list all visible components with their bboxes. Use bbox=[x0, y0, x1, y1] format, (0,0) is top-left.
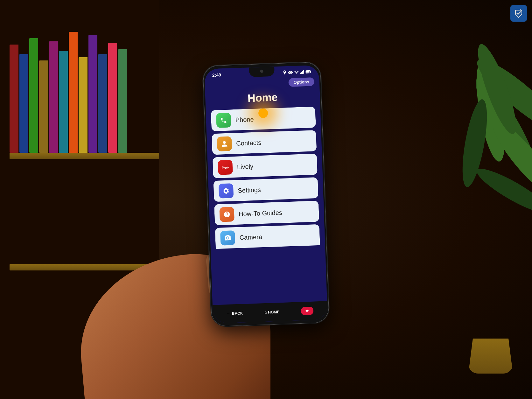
home-icon: ⌂ bbox=[264, 310, 267, 315]
lively-icon-text: lively bbox=[218, 160, 233, 175]
svg-rect-9 bbox=[302, 71, 303, 74]
plant-background bbox=[405, 0, 532, 399]
book bbox=[39, 60, 48, 153]
book bbox=[29, 38, 38, 153]
book bbox=[19, 54, 28, 153]
phone-wrapper: 2:49 bbox=[203, 62, 329, 326]
lively-icon: lively bbox=[218, 160, 233, 175]
book bbox=[88, 35, 97, 153]
home-label: HOME bbox=[268, 310, 279, 314]
phone-screen: 2:49 bbox=[204, 65, 328, 324]
star-icon: ★ bbox=[305, 309, 309, 313]
contacts-icon bbox=[217, 136, 232, 151]
signal-icon bbox=[300, 70, 304, 74]
svg-rect-12 bbox=[306, 71, 310, 73]
svg-rect-7 bbox=[300, 73, 301, 74]
book bbox=[10, 45, 18, 153]
howto-label: How-To Guides bbox=[239, 209, 282, 218]
wifi-icon bbox=[294, 70, 298, 74]
book bbox=[59, 51, 68, 153]
camera-label: Camera bbox=[239, 233, 262, 241]
phone-label: Phone bbox=[235, 116, 254, 123]
status-time: 2:49 bbox=[212, 72, 221, 78]
screen-title: Home bbox=[210, 90, 315, 106]
books-row-1 bbox=[10, 25, 127, 153]
menu-item-camera[interactable]: Camera bbox=[215, 224, 320, 249]
back-label: BACK bbox=[232, 311, 243, 316]
battery-icon bbox=[305, 70, 311, 74]
svg-rect-13 bbox=[311, 71, 311, 72]
phone-icon bbox=[216, 113, 231, 128]
book bbox=[79, 57, 88, 153]
book bbox=[118, 49, 127, 153]
status-icons bbox=[283, 69, 311, 75]
book bbox=[69, 32, 78, 153]
shelf-board-1 bbox=[10, 153, 159, 159]
plant-leaves-svg bbox=[411, 0, 532, 286]
settings-icon bbox=[219, 183, 234, 199]
menu-item-howto[interactable]: How-To Guides bbox=[214, 201, 319, 225]
contacts-label: Contacts bbox=[236, 139, 262, 147]
book bbox=[49, 41, 58, 153]
bottom-nav: ← BACK ⌂ HOME ★ bbox=[213, 301, 328, 324]
book bbox=[108, 43, 117, 153]
plant-pot bbox=[468, 339, 513, 374]
lively-label: Lively bbox=[237, 163, 254, 171]
verify-icon bbox=[514, 9, 523, 18]
phone-body: 2:49 bbox=[203, 62, 329, 326]
svg-rect-10 bbox=[303, 70, 304, 74]
book bbox=[98, 54, 107, 153]
menu-item-lively[interactable]: lively Lively bbox=[213, 154, 318, 178]
settings-label: Settings bbox=[238, 186, 261, 194]
phone-notch bbox=[249, 66, 275, 77]
howto-icon bbox=[219, 207, 234, 222]
eye-icon bbox=[288, 71, 293, 74]
camera-icon bbox=[220, 230, 235, 246]
location-icon bbox=[283, 70, 286, 75]
svg-rect-8 bbox=[301, 72, 302, 74]
urgent-button[interactable]: ★ bbox=[301, 307, 314, 315]
front-camera bbox=[260, 70, 263, 73]
watermark-logo bbox=[510, 5, 527, 22]
menu-item-contacts[interactable]: Contacts bbox=[212, 130, 317, 155]
menu-item-settings[interactable]: Settings bbox=[213, 177, 318, 202]
options-button[interactable]: Options bbox=[288, 77, 314, 87]
menu-list: Phone Contacts lively bbox=[211, 107, 322, 316]
back-arrow-icon: ← bbox=[227, 312, 231, 316]
back-button[interactable]: ← BACK bbox=[227, 311, 243, 316]
background: 2:49 bbox=[0, 0, 532, 399]
home-button[interactable]: ⌂ HOME bbox=[264, 310, 280, 315]
